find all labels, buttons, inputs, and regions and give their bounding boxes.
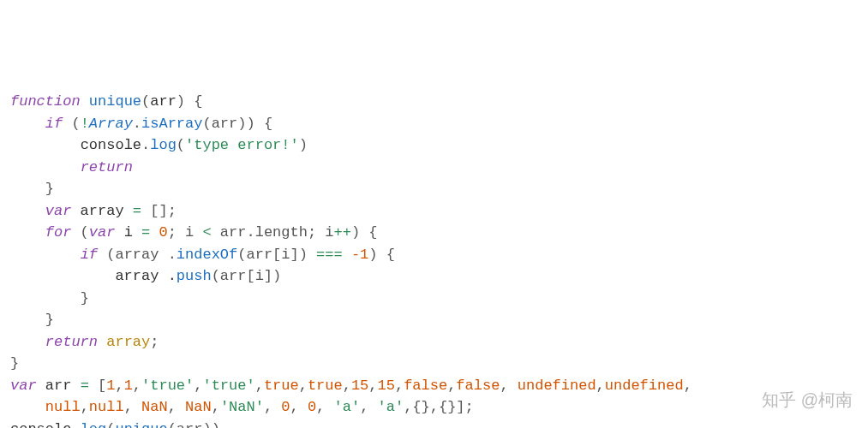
keyword-function: function	[10, 93, 81, 110]
function-name: unique	[89, 93, 141, 110]
class-array: Array	[89, 116, 133, 132]
code-block: function unique(arr) { if (!Array.isArra…	[10, 91, 858, 428]
